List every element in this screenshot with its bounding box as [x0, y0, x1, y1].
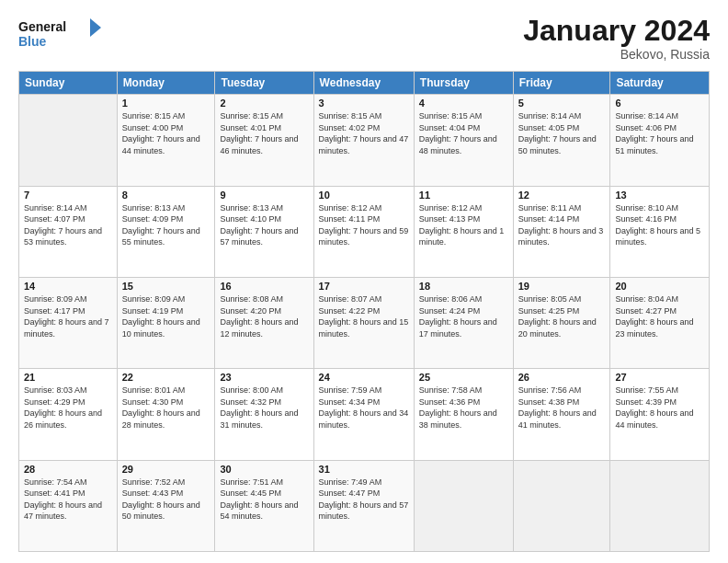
day-number: 16: [220, 281, 308, 292]
day-info: Sunrise: 8:07 AMSunset: 4:22 PMDaylight:…: [319, 294, 409, 339]
calendar-cell-w5-d5: [513, 460, 610, 551]
day-number: 24: [319, 372, 409, 383]
day-info: Sunrise: 8:15 AMSunset: 4:01 PMDaylight:…: [220, 111, 298, 155]
calendar-cell-w5-d0: 28 Sunrise: 7:54 AMSunset: 4:41 PMDaylig…: [19, 460, 118, 551]
day-number: 10: [319, 190, 409, 201]
header-thursday: Thursday: [414, 72, 513, 95]
day-number: 23: [220, 372, 308, 383]
day-number: 8: [122, 190, 210, 201]
calendar-cell-w2-d4: 11 Sunrise: 8:12 AMSunset: 4:13 PMDaylig…: [414, 186, 513, 277]
calendar-cell-w2-d6: 13 Sunrise: 8:10 AMSunset: 4:16 PMDaylig…: [610, 186, 710, 277]
day-number: 1: [122, 98, 210, 109]
day-number: 28: [24, 464, 112, 475]
calendar-cell-w1-d0: [19, 95, 118, 186]
day-number: 11: [419, 190, 508, 201]
day-info: Sunrise: 8:15 AMSunset: 4:02 PMDaylight:…: [319, 111, 409, 155]
day-info: Sunrise: 7:49 AMSunset: 4:47 PMDaylight:…: [319, 477, 409, 522]
day-info: Sunrise: 8:13 AMSunset: 4:10 PMDaylight:…: [220, 203, 298, 247]
header-friday: Friday: [513, 72, 610, 95]
calendar-cell-w1-d1: 1 Sunrise: 8:15 AMSunset: 4:00 PMDayligh…: [117, 95, 215, 186]
day-info: Sunrise: 8:12 AMSunset: 4:11 PMDaylight:…: [319, 203, 409, 247]
logo: General Blue: [18, 15, 101, 57]
calendar-cell-w4-d3: 24 Sunrise: 7:59 AMSunset: 4:34 PMDaylig…: [313, 369, 414, 460]
day-number: 6: [615, 98, 704, 109]
day-number: 21: [24, 372, 112, 383]
day-number: 22: [122, 372, 210, 383]
calendar-cell-w1-d4: 4 Sunrise: 8:15 AMSunset: 4:04 PMDayligh…: [414, 95, 513, 186]
calendar-cell-w5-d4: [414, 460, 513, 551]
day-info: Sunrise: 8:15 AMSunset: 4:00 PMDaylight:…: [122, 111, 200, 155]
day-number: 9: [220, 190, 308, 201]
calendar-cell-w3-d1: 15 Sunrise: 8:09 AMSunset: 4:19 PMDaylig…: [117, 277, 215, 368]
calendar-cell-w3-d2: 16 Sunrise: 8:08 AMSunset: 4:20 PMDaylig…: [215, 277, 313, 368]
day-number: 18: [419, 281, 508, 292]
day-info: Sunrise: 8:15 AMSunset: 4:04 PMDaylight:…: [419, 111, 497, 155]
week-row-4: 21 Sunrise: 8:03 AMSunset: 4:29 PMDaylig…: [19, 369, 710, 460]
calendar-cell-w4-d1: 22 Sunrise: 8:01 AMSunset: 4:30 PMDaylig…: [117, 369, 215, 460]
day-number: 19: [518, 281, 606, 292]
svg-marker-1: [90, 18, 101, 37]
calendar-cell-w4-d5: 26 Sunrise: 7:56 AMSunset: 4:38 PMDaylig…: [513, 369, 610, 460]
week-row-5: 28 Sunrise: 7:54 AMSunset: 4:41 PMDaylig…: [19, 460, 710, 551]
day-number: 13: [615, 190, 704, 201]
day-number: 3: [319, 98, 409, 109]
day-info: Sunrise: 8:14 AMSunset: 4:07 PMDaylight:…: [24, 203, 102, 247]
calendar-cell-w5-d3: 31 Sunrise: 7:49 AMSunset: 4:47 PMDaylig…: [313, 460, 414, 551]
day-number: 14: [24, 281, 112, 292]
day-info: Sunrise: 7:55 AMSunset: 4:39 PMDaylight:…: [615, 385, 693, 430]
calendar-cell-w2-d3: 10 Sunrise: 8:12 AMSunset: 4:11 PMDaylig…: [313, 186, 414, 277]
header-sunday: Sunday: [19, 72, 118, 95]
calendar-cell-w1-d3: 3 Sunrise: 8:15 AMSunset: 4:02 PMDayligh…: [313, 95, 414, 186]
week-row-1: 1 Sunrise: 8:15 AMSunset: 4:00 PMDayligh…: [19, 95, 710, 186]
calendar-cell-w1-d6: 6 Sunrise: 8:14 AMSunset: 4:06 PMDayligh…: [610, 95, 710, 186]
day-number: 2: [220, 98, 308, 109]
calendar-table: Sunday Monday Tuesday Wednesday Thursday…: [18, 71, 710, 552]
page: General Blue January 2024 Bekovo, Russia…: [0, 0, 728, 563]
header: General Blue January 2024 Bekovo, Russia: [18, 15, 710, 62]
day-number: 4: [419, 98, 508, 109]
svg-text:General: General: [18, 19, 66, 34]
day-number: 12: [518, 190, 606, 201]
day-info: Sunrise: 8:11 AMSunset: 4:14 PMDaylight:…: [518, 203, 604, 247]
day-number: 30: [220, 464, 308, 475]
calendar-cell-w5-d1: 29 Sunrise: 7:52 AMSunset: 4:43 PMDaylig…: [117, 460, 215, 551]
day-info: Sunrise: 8:09 AMSunset: 4:19 PMDaylight:…: [122, 294, 200, 339]
header-saturday: Saturday: [610, 72, 710, 95]
calendar-cell-w2-d1: 8 Sunrise: 8:13 AMSunset: 4:09 PMDayligh…: [117, 186, 215, 277]
day-info: Sunrise: 7:52 AMSunset: 4:43 PMDaylight:…: [122, 477, 200, 522]
calendar-cell-w5-d2: 30 Sunrise: 7:51 AMSunset: 4:45 PMDaylig…: [215, 460, 313, 551]
calendar-cell-w3-d4: 18 Sunrise: 8:06 AMSunset: 4:24 PMDaylig…: [414, 277, 513, 368]
day-number: 25: [419, 372, 508, 383]
week-row-3: 14 Sunrise: 8:09 AMSunset: 4:17 PMDaylig…: [19, 277, 710, 368]
day-info: Sunrise: 7:59 AMSunset: 4:34 PMDaylight:…: [319, 385, 409, 430]
calendar-cell-w3-d5: 19 Sunrise: 8:05 AMSunset: 4:25 PMDaylig…: [513, 277, 610, 368]
day-info: Sunrise: 8:14 AMSunset: 4:06 PMDaylight:…: [615, 111, 693, 155]
day-number: 31: [319, 464, 409, 475]
day-info: Sunrise: 8:09 AMSunset: 4:17 PMDaylight:…: [24, 294, 109, 339]
day-info: Sunrise: 8:03 AMSunset: 4:29 PMDaylight:…: [24, 385, 102, 430]
location: Bekovo, Russia: [523, 47, 710, 62]
day-info: Sunrise: 8:05 AMSunset: 4:25 PMDaylight:…: [518, 294, 597, 339]
week-row-2: 7 Sunrise: 8:14 AMSunset: 4:07 PMDayligh…: [19, 186, 710, 277]
day-info: Sunrise: 7:58 AMSunset: 4:36 PMDaylight:…: [419, 385, 497, 430]
day-number: 27: [615, 372, 704, 383]
day-info: Sunrise: 8:13 AMSunset: 4:09 PMDaylight:…: [122, 203, 200, 247]
day-number: 20: [615, 281, 704, 292]
day-number: 5: [518, 98, 606, 109]
calendar-cell-w3-d0: 14 Sunrise: 8:09 AMSunset: 4:17 PMDaylig…: [19, 277, 118, 368]
day-number: 7: [24, 190, 112, 201]
calendar-cell-w1-d2: 2 Sunrise: 8:15 AMSunset: 4:01 PMDayligh…: [215, 95, 313, 186]
day-number: 17: [319, 281, 409, 292]
day-number: 15: [122, 281, 210, 292]
header-monday: Monday: [117, 72, 215, 95]
day-info: Sunrise: 8:10 AMSunset: 4:16 PMDaylight:…: [615, 203, 700, 247]
month-title: January 2024: [523, 15, 710, 47]
day-info: Sunrise: 8:14 AMSunset: 4:05 PMDaylight:…: [518, 111, 597, 155]
calendar-cell-w4-d4: 25 Sunrise: 7:58 AMSunset: 4:36 PMDaylig…: [414, 369, 513, 460]
calendar-cell-w4-d6: 27 Sunrise: 7:55 AMSunset: 4:39 PMDaylig…: [610, 369, 710, 460]
day-info: Sunrise: 7:54 AMSunset: 4:41 PMDaylight:…: [24, 477, 102, 522]
calendar-cell-w4-d0: 21 Sunrise: 8:03 AMSunset: 4:29 PMDaylig…: [19, 369, 118, 460]
day-number: 29: [122, 464, 210, 475]
header-tuesday: Tuesday: [215, 72, 313, 95]
calendar-cell-w2-d2: 9 Sunrise: 8:13 AMSunset: 4:10 PMDayligh…: [215, 186, 313, 277]
